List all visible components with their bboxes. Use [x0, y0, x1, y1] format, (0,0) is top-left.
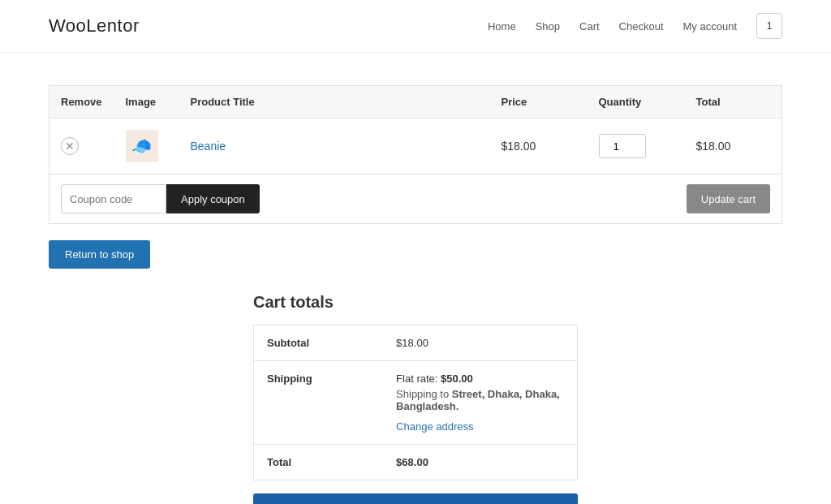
header: WooLentor Home Shop Cart Checkout My acc… [0, 0, 831, 53]
image-cell: 🧢 [114, 118, 179, 174]
shipping-to-prefix: Shipping to [396, 388, 449, 400]
flat-rate-label: Flat rate: [396, 373, 437, 385]
return-to-shop-button[interactable]: Return to shop [49, 240, 150, 269]
title-cell: Beanie [179, 118, 490, 174]
subtotal-label: Subtotal [254, 325, 384, 361]
coupon-row: Apply coupon Update cart [50, 174, 782, 224]
shipping-row: Shipping Flat rate: $50.00 Shipping to S… [254, 361, 578, 445]
quantity-input[interactable] [599, 134, 646, 158]
shipping-to-text: Shipping to Street, Dhaka, Dhaka, Bangla… [396, 388, 564, 412]
update-cart-cell: Update cart [588, 174, 782, 224]
shipping-details: Flat rate: $50.00 Shipping to Street, Dh… [383, 361, 577, 445]
cart-table: Remove Image Product Title Price Quantit… [49, 85, 782, 224]
change-address-link[interactable]: Change address [396, 420, 473, 433]
update-cart-button[interactable]: Update cart [687, 184, 770, 213]
nav-cart[interactable]: Cart [579, 20, 600, 32]
product-price: $18.00 [502, 140, 536, 153]
col-header-price: Price [490, 86, 588, 118]
remove-item-button[interactable]: ✕ [61, 137, 79, 155]
nav-checkout[interactable]: Checkout [619, 20, 664, 32]
product-link[interactable]: Beanie [191, 140, 226, 153]
cart-item-count: 1 [767, 20, 773, 32]
total-value: $68.00 [383, 445, 577, 480]
total-label: Total [254, 445, 384, 480]
shipping-label: Shipping [254, 361, 384, 445]
cart-totals-title: Cart totals [253, 293, 578, 312]
apply-coupon-button[interactable]: Apply coupon [166, 184, 260, 213]
main-nav: Home Shop Cart Checkout My account 1 [488, 13, 782, 39]
cart-icon-button[interactable]: 1 [756, 13, 782, 39]
coupon-section: Apply coupon [61, 184, 576, 213]
proceed-to-checkout-button[interactable]: Proceed to checkout [253, 493, 578, 504]
total-row: Total $68.00 [254, 445, 578, 480]
subtotal-row: Subtotal $18.00 [254, 325, 578, 361]
cart-totals-table: Subtotal $18.00 Shipping Flat rate: $50.… [253, 325, 578, 480]
subtotal-value: $18.00 [383, 325, 577, 361]
total-cell: $18.00 [685, 118, 782, 174]
col-header-total: Total [685, 86, 782, 118]
product-image: 🧢 [126, 130, 158, 162]
table-row: ✕ 🧢 Beanie $18.00 $18.00 [50, 118, 782, 174]
col-header-title: Product Title [179, 86, 490, 118]
flat-rate-value: $50.00 [441, 373, 473, 385]
cart-totals-section: Cart totals Subtotal $18.00 Shipping Fla… [253, 293, 578, 504]
quantity-cell [588, 118, 685, 174]
col-header-image: Image [114, 86, 179, 118]
coupon-input[interactable] [61, 184, 166, 213]
main-content: Remove Image Product Title Price Quantit… [0, 53, 831, 504]
col-header-remove: Remove [50, 86, 114, 118]
remove-cell: ✕ [50, 118, 114, 174]
flat-rate-text: Flat rate: $50.00 [396, 373, 564, 385]
coupon-cell: Apply coupon [50, 174, 588, 224]
row-total: $18.00 [696, 140, 731, 153]
price-cell: $18.00 [490, 118, 588, 174]
nav-shop[interactable]: Shop [536, 20, 560, 32]
nav-home[interactable]: Home [488, 20, 516, 32]
nav-myaccount[interactable]: My account [683, 20, 737, 32]
col-header-quantity: Quantity [588, 86, 685, 118]
product-emoji: 🧢 [131, 136, 152, 156]
site-logo: WooLentor [49, 15, 140, 37]
